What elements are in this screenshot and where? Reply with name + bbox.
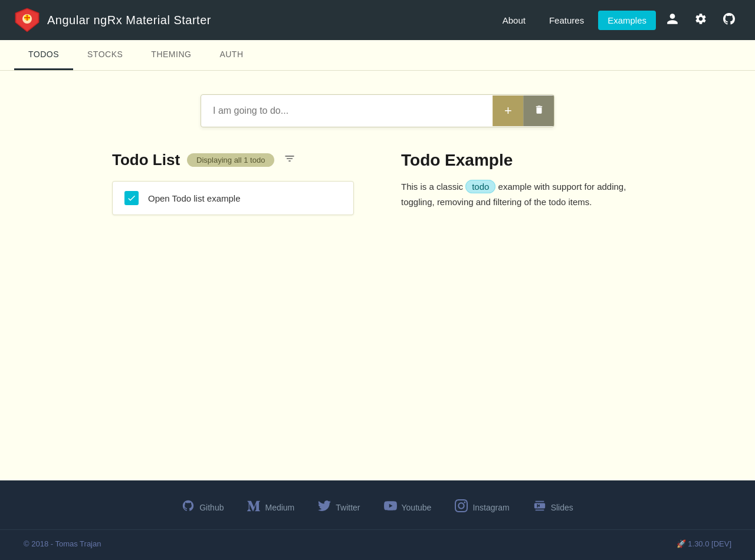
footer-link-medium[interactable]: Medium <box>247 499 294 515</box>
footer-link-youtube-label: Youtube <box>402 503 432 512</box>
app-logo <box>14 7 40 33</box>
todo-list-title: Todo List <box>112 151 180 169</box>
instagram-footer-icon <box>455 499 468 515</box>
footer-link-youtube[interactable]: Youtube <box>384 499 432 515</box>
tab-todos[interactable]: Todos <box>14 40 73 70</box>
settings-icon <box>694 12 707 28</box>
todo-list-column: Todo List Displaying all 1 todo Open Tod… <box>112 151 354 215</box>
trash-icon <box>534 104 544 118</box>
filter-icon[interactable] <box>284 153 296 167</box>
nav-features[interactable]: Features <box>540 11 593 30</box>
tabs-bar: Todos Stocks Theming Auth <box>0 40 755 71</box>
github-footer-icon <box>182 499 195 515</box>
todo-item-text: Open Todo list example <box>148 193 240 203</box>
footer-link-twitter-label: Twitter <box>336 503 360 512</box>
footer-link-medium-label: Medium <box>265 503 294 512</box>
content-columns: Todo List Displaying all 1 todo Open Tod… <box>112 151 643 215</box>
app-title: Angular ngRx Material Starter <box>47 14 211 27</box>
todo-input[interactable] <box>201 95 493 127</box>
tab-stocks[interactable]: Stocks <box>73 40 137 70</box>
slides-footer-icon <box>533 499 546 515</box>
footer-link-instagram[interactable]: Instagram <box>455 499 509 515</box>
youtube-footer-icon <box>384 499 397 515</box>
main-content: + Todo List Displaying all 1 todo <box>0 71 755 480</box>
todo-keyword-highlight: todo <box>465 180 495 193</box>
header: Angular ngRx Material Starter About Feat… <box>0 0 755 40</box>
todo-item: Open Todo list example <box>112 181 354 215</box>
footer-link-slides[interactable]: Slides <box>533 499 573 515</box>
github-icon-button[interactable] <box>717 8 741 32</box>
person-icon <box>666 12 679 28</box>
desc-text-1: This is a classic <box>401 182 465 192</box>
footer-copyright: © 2018 - Tomas Trajan <box>24 539 101 548</box>
footer-link-twitter[interactable]: Twitter <box>318 499 360 515</box>
nav-examples[interactable]: Examples <box>598 11 656 30</box>
medium-footer-icon <box>247 499 260 515</box>
todo-list-header: Todo List Displaying all 1 todo <box>112 151 354 169</box>
twitter-footer-icon <box>318 499 331 515</box>
footer-link-github[interactable]: Github <box>182 499 224 515</box>
todo-input-area: + <box>201 94 554 127</box>
todo-example-title: Todo Example <box>401 151 643 170</box>
header-icons <box>661 8 741 32</box>
footer-link-instagram-label: Instagram <box>472 503 509 512</box>
footer-version: 🚀 1.30.0 [DEV] <box>677 539 731 548</box>
footer: Github Medium Twitter <box>0 480 755 560</box>
tab-theming[interactable]: Theming <box>137 40 205 70</box>
main-nav: About Features Examples <box>493 11 656 30</box>
add-todo-button[interactable]: + <box>493 95 523 126</box>
todo-example-column: Todo Example This is a classic todo exam… <box>401 151 643 215</box>
footer-link-github-label: Github <box>199 503 224 512</box>
logo-area: Angular ngRx Material Starter <box>14 7 493 33</box>
clear-todo-button[interactable] <box>523 95 554 126</box>
todo-checkbox[interactable] <box>124 191 139 205</box>
nav-about[interactable]: About <box>493 11 535 30</box>
settings-icon-button[interactable] <box>689 8 713 32</box>
person-icon-button[interactable] <box>661 8 684 32</box>
footer-bottom: © 2018 - Tomas Trajan 🚀 1.30.0 [DEV] <box>0 529 755 548</box>
displaying-badge: Displaying all 1 todo <box>187 153 274 167</box>
todo-example-description: This is a classic todo example with supp… <box>401 179 643 209</box>
footer-links: Github Medium Twitter <box>0 499 755 515</box>
plus-icon: + <box>504 103 512 118</box>
github-header-icon <box>722 12 736 29</box>
tab-auth[interactable]: Auth <box>205 40 257 70</box>
footer-link-slides-label: Slides <box>551 503 573 512</box>
